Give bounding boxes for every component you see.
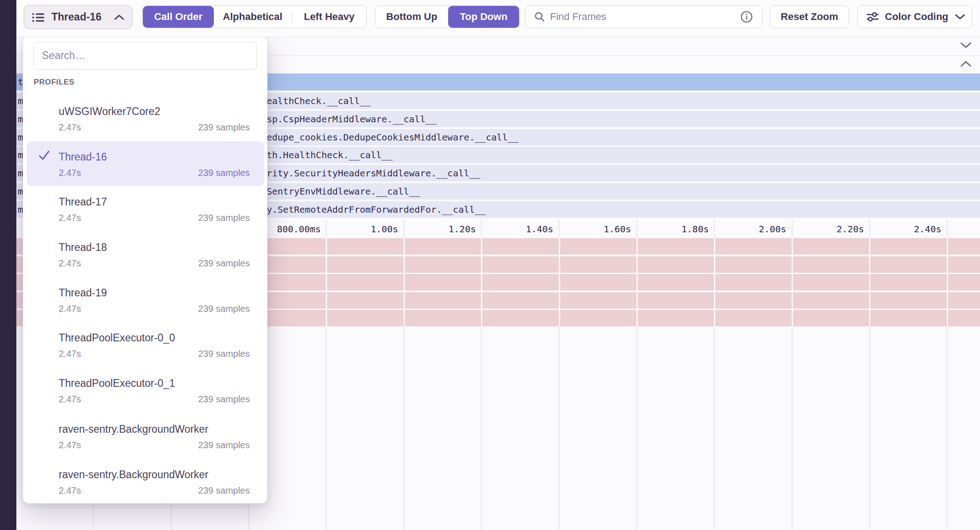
profile-samples: 239 samples: [198, 485, 250, 496]
frame-label: y.SetRemoteAddrFromForwardedFor.__call__: [267, 204, 486, 215]
profile-name: Thread-18: [59, 241, 107, 254]
profile-duration: 2.47s: [59, 304, 81, 314]
axis-tick-label: 1.60s: [604, 224, 631, 235]
profile-samples: 239 samples: [198, 213, 250, 223]
axis-tick-label: 1.00s: [371, 224, 398, 235]
axis-tick-label: 1.40s: [526, 224, 553, 235]
axis-tick-label: 1.20s: [449, 224, 476, 235]
flamegraph-screen: t m ealthCheck.__call__ m sp.CspHeaderMi…: [0, 0, 980, 530]
thread-selector-button[interactable]: Thread-16: [24, 5, 132, 29]
profile-duration: 2.47s: [59, 394, 81, 405]
axis-tick-label: 2.40s: [914, 224, 941, 235]
thread-selector-label: Thread-16: [51, 11, 101, 23]
dropdown-search-input[interactable]: [42, 50, 242, 62]
color-coding-label: Color Coding: [885, 11, 948, 23]
profile-samples: 239 samples: [198, 304, 250, 314]
dropdown-search-field[interactable]: [33, 42, 257, 70]
find-frames-field[interactable]: [525, 5, 763, 28]
profile-name: ThreadPoolExecutor-0_0: [59, 332, 175, 344]
profile-name: uWSGIWorker7Core2: [59, 105, 160, 118]
axis-tick-label: 1.80s: [682, 224, 709, 235]
time-gridline: [947, 238, 948, 327]
frame-label: rity.SecurityHeadersMiddleware.__call__: [267, 168, 480, 179]
profile-samples: 239 samples: [198, 440, 250, 450]
axis-tick-label: 2.20s: [837, 224, 864, 235]
time-gridline: [404, 238, 405, 327]
list-item[interactable]: ThreadPoolExecutor-0_0 2.47s239 samples: [23, 332, 268, 365]
list-item[interactable]: Thread-18 2.47s239 samples: [23, 241, 268, 274]
chevron-down-icon: [955, 14, 965, 20]
list-item[interactable]: raven-sentry.BackgroundWorker 2.47s239 s…: [23, 469, 268, 501]
list-item[interactable]: Thread-19 2.47s239 samples: [23, 287, 268, 320]
time-gridline: [481, 238, 482, 327]
find-frames-input[interactable]: [550, 11, 740, 23]
app-left-rail: [0, 0, 16, 530]
direction-segmented-control: Bottom Up Top Down: [375, 5, 520, 28]
tab-top-down[interactable]: Top Down: [448, 6, 519, 28]
list-item[interactable]: ThreadPoolExecutor-0_1 2.47s239 samples: [23, 377, 268, 410]
profile-samples: 239 samples: [198, 349, 250, 359]
thread-dropdown-panel: PROFILES uWSGIWorker7Core2 2.47s239 samp…: [23, 35, 268, 504]
axis-tick-label: 800.00ms: [277, 224, 321, 235]
profile-samples: 239 samples: [198, 394, 250, 405]
color-coding-button[interactable]: Color Coding: [857, 5, 972, 28]
toolbar: Thread-16 Call Order Alphabetical Left H…: [16, 0, 980, 37]
profiles-section-label: PROFILES: [34, 78, 75, 87]
search-icon: [534, 11, 546, 23]
frame-label: ealthCheck.__call__: [267, 95, 371, 106]
time-gridline: [636, 238, 638, 327]
reset-zoom-button[interactable]: Reset Zoom: [770, 5, 849, 28]
profile-name: Thread-17: [59, 196, 107, 208]
profile-duration: 2.47s: [59, 122, 81, 133]
list-item[interactable]: Thread-17 2.47s239 samples: [23, 196, 268, 229]
axis-tick-label: 2.00s: [759, 224, 786, 235]
profile-duration: 2.47s: [59, 213, 81, 223]
profile-duration: 2.47s: [59, 440, 81, 450]
profile-duration: 2.47s: [59, 258, 81, 269]
info-icon[interactable]: [740, 10, 753, 23]
time-gridline: [792, 238, 793, 327]
time-gridline: [326, 238, 327, 327]
chevron-up-icon: [114, 14, 125, 20]
tab-bottom-up[interactable]: Bottom Up: [375, 6, 448, 28]
time-gridline: [869, 238, 870, 327]
tab-left-heavy[interactable]: Left Heavy: [292, 6, 366, 28]
profile-name: ThreadPoolExecutor-0_1: [59, 377, 175, 390]
profile-name: Thread-16: [59, 151, 107, 163]
list-icon: [31, 10, 45, 24]
list-item-selected[interactable]: Thread-16 2.47s239 samples: [23, 151, 268, 184]
profile-samples: 239 samples: [198, 258, 250, 269]
profile-duration: 2.47s: [59, 349, 81, 359]
time-gridline: [559, 238, 560, 327]
tab-call-order[interactable]: Call Order: [143, 6, 214, 28]
profile-name: raven-sentry.BackgroundWorker: [59, 423, 208, 435]
frame-label: SentryEnvMiddleware.__call__: [267, 186, 420, 197]
profile-name: raven-sentry.BackgroundWorker: [59, 469, 208, 481]
reset-zoom-label: Reset Zoom: [781, 11, 838, 23]
list-item[interactable]: uWSGIWorker7Core2 2.47s239 samples: [23, 105, 268, 138]
sort-segmented-control: Call Order Alphabetical Left Heavy: [142, 5, 367, 28]
profile-samples: 239 samples: [198, 122, 250, 133]
chevron-up-icon[interactable]: [960, 60, 972, 69]
profile-duration: 2.47s: [59, 168, 81, 178]
frame-label: sp.CspHeaderMiddleware.__call__: [267, 114, 436, 125]
profile-name: Thread-19: [59, 287, 107, 299]
chevron-down-icon[interactable]: [960, 42, 972, 51]
profile-duration: 2.47s: [59, 485, 81, 496]
tab-alphabetical[interactable]: Alphabetical: [214, 6, 292, 28]
frame-label: th.HealthCheck.__call__: [267, 150, 393, 160]
time-gridline: [714, 238, 715, 327]
sliders-icon: [866, 11, 879, 23]
frame-label: edupe_cookies.DedupeCookiesMiddleware.__…: [267, 132, 519, 143]
profile-samples: 239 samples: [198, 168, 250, 178]
list-item[interactable]: raven-sentry.BackgroundWorker 2.47s239 s…: [23, 423, 268, 456]
